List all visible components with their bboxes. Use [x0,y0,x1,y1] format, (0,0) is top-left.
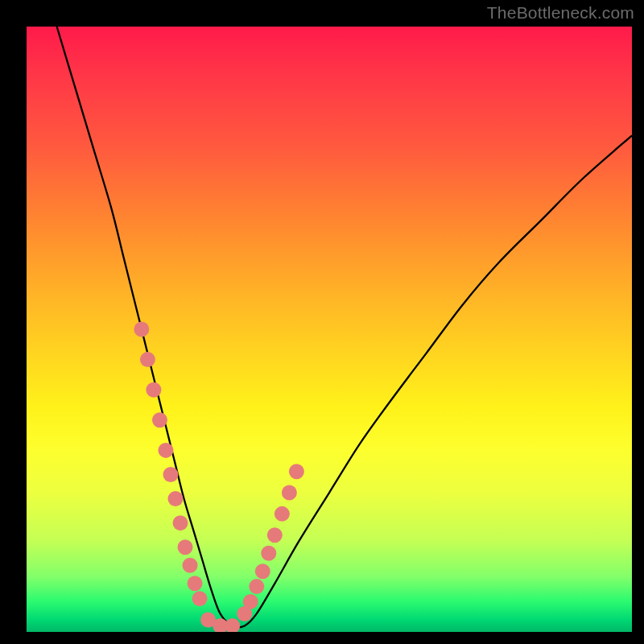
highlight-dot [192,591,208,606]
highlight-dot [173,515,188,530]
highlight-dot [134,322,149,337]
watermark-text: TheBottleneck.com [487,3,634,23]
curve-svg [27,27,632,632]
highlight-dot [167,491,183,506]
highlight-dot [163,467,178,482]
highlight-dot [188,576,203,591]
highlight-dots [134,322,304,633]
highlight-dot [249,579,264,594]
highlight-dot [275,506,290,522]
highlight-dot [146,382,161,398]
highlight-dot [282,485,297,501]
highlight-dot [255,564,270,579]
highlight-dot [178,539,193,555]
highlight-dot [158,443,173,458]
highlight-dot [267,527,283,543]
highlight-dot [243,594,258,609]
chart-frame: TheBottleneck.com [0,0,644,644]
highlight-dot [140,352,155,367]
highlight-dot [289,464,304,479]
plot-area [27,27,632,632]
highlight-dot [183,558,198,573]
highlight-dot [261,546,276,561]
highlight-dot [152,412,167,427]
highlight-dot [225,618,240,632]
